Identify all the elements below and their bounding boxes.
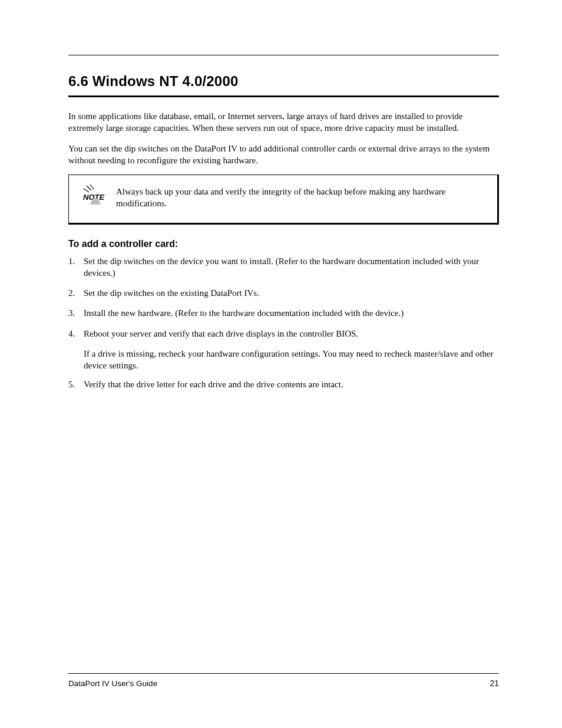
section-title-text: Windows NT 4.0/2000: [92, 73, 239, 89]
procedure-steps-2: Verify that the drive letter for each dr…: [68, 378, 499, 390]
page-footer: DataPort IV User's Guide 21: [68, 673, 499, 688]
footer-doc-title: DataPort IV User's Guide: [68, 679, 157, 688]
footer-rule: [68, 673, 499, 674]
note-callout: NOTE Always back up your data and verify…: [68, 174, 499, 225]
intro-paragraph-1: In some applications like database, emai…: [68, 110, 499, 134]
section-number: 6.6: [68, 73, 88, 89]
step-item: Set the dip switches on the existing Dat…: [68, 287, 499, 299]
note-text: Always back up your data and verify the …: [116, 186, 487, 210]
intro-paragraph-2: You can set the dip switches on the Data…: [68, 143, 499, 167]
svg-line-0: [87, 186, 91, 190]
footer-line: DataPort IV User's Guide 21: [68, 678, 499, 688]
section-heading: 6.6 Windows NT 4.0/2000: [68, 73, 499, 90]
document-page: 6.6 Windows NT 4.0/2000 In some applicat…: [0, 0, 562, 391]
procedure-steps-1: Set the dip switches on the device you w…: [68, 255, 499, 340]
svg-line-2: [84, 189, 89, 192]
step-item: Reboot your server and verify that each …: [68, 328, 499, 340]
footer-page-number: 21: [490, 678, 499, 688]
step-item: Install the new hardware. (Refer to the …: [68, 307, 499, 319]
header-rule-thick: [68, 95, 499, 97]
subsection-heading: To add a controller card:: [68, 239, 499, 249]
header-rule-thin: [68, 55, 499, 55]
step-item: Set the dip switches on the device you w…: [68, 255, 499, 279]
step-item: Verify that the drive letter for each dr…: [68, 378, 499, 390]
svg-line-1: [90, 185, 94, 189]
step-note-paragraph: If a drive is missing, recheck your hard…: [84, 348, 499, 372]
note-icon: NOTE: [81, 183, 107, 206]
